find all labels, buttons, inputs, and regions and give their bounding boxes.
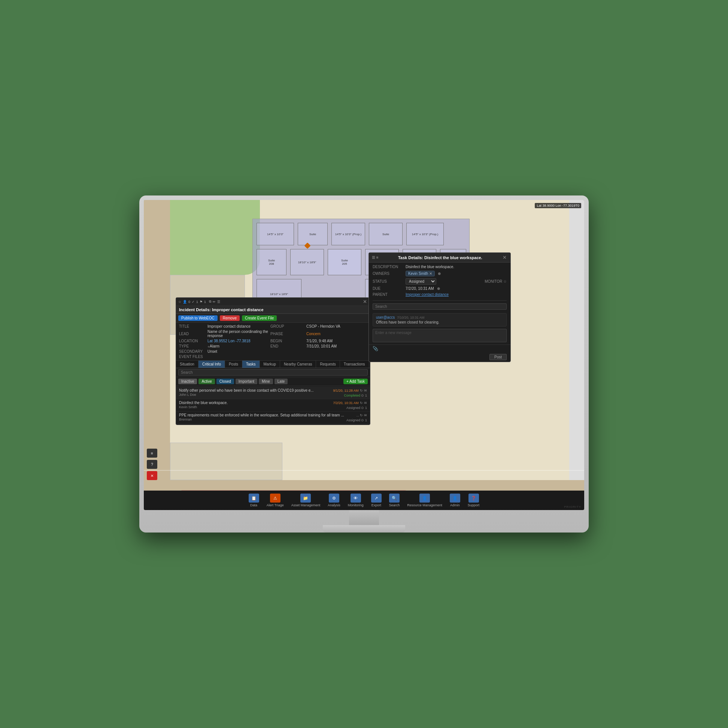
owners-value: Kevin Smith ✕ ⊕	[405, 271, 507, 276]
monitor-stand-base	[323, 525, 405, 532]
task-details-fields: DESCRIPTION Disinfect the blue workspace…	[369, 263, 511, 299]
location-value[interactable]: Lat 38.9552 Lon -77.3818	[208, 339, 268, 343]
search-icon: 🔍	[389, 494, 399, 503]
task-icons-2: ↻ ✉	[360, 401, 367, 405]
divider-1	[373, 300, 507, 301]
toolbar-admin[interactable]: 👤 Admin	[450, 494, 460, 507]
begin-label: BEGIN	[271, 339, 304, 343]
incident-icons-row: ☆ 👤 0 ✓ 1 ⚑ 1 ⧉ ✏ ☰ ✕	[176, 298, 370, 306]
event-files-value	[208, 355, 268, 359]
resource-label: Resource Management	[407, 503, 442, 507]
analysis-icon: ⚙	[329, 494, 339, 503]
filter-active-btn[interactable]: Active	[199, 379, 214, 384]
task-search-input[interactable]	[178, 369, 368, 376]
tab-nearby-cameras[interactable]: Nearby Cameras	[280, 361, 317, 368]
tab-situation[interactable]: Situation	[176, 361, 199, 368]
status-select[interactable]: Assigned Completed In Progress	[405, 278, 436, 284]
toolbar-monitoring[interactable]: 👁 Monitoring	[348, 494, 364, 507]
tab-posts[interactable]: Posts	[225, 361, 242, 368]
icon-menu[interactable]: ☰	[217, 300, 220, 304]
tab-critical-info[interactable]: Critical Info	[199, 361, 225, 368]
filter-inactive-btn[interactable]: Inactive	[178, 379, 197, 384]
post-btn[interactable]: Post	[489, 354, 507, 360]
icon-edit[interactable]: ✏	[213, 300, 216, 304]
task-details-close-btn[interactable]: ✕	[502, 255, 508, 260]
attach-icon[interactable]: 📎	[373, 346, 378, 351]
icon-person[interactable]: 👤	[183, 300, 187, 304]
icon-count1: 0	[188, 300, 190, 304]
task-sub-2: Kevin Smith Assigned ⊙ 1	[179, 405, 367, 410]
filter-mine-btn[interactable]: Mine	[259, 379, 273, 384]
sidebar-close-btn[interactable]: ✕	[147, 471, 157, 480]
toolbar-export[interactable]: ↗ Export	[371, 494, 382, 507]
remove-btn[interactable]: Remove	[220, 315, 240, 321]
task-detail-search-row	[369, 302, 511, 311]
comment-section: user@accs 7/10/20, 10:31 AM Offices have…	[369, 311, 511, 344]
sidebar-layers-btn[interactable]: ≡	[147, 449, 157, 457]
new-message-input[interactable]: Enter a new message	[373, 329, 507, 342]
export-icon: ↗	[371, 494, 382, 503]
search-label: Search	[389, 503, 400, 507]
incident-close-btn[interactable]: ✕	[362, 299, 368, 304]
monitoring-icon: 👁	[350, 494, 361, 503]
toolbar-support[interactable]: ❓ Support	[468, 494, 480, 507]
task-title-1: Notify other personnel who have been in …	[179, 388, 367, 393]
tab-markup[interactable]: Markup	[260, 361, 280, 368]
task-details-header: ☰ ≡ Task Details: Disinfect the blue wor…	[369, 253, 511, 263]
create-event-file-btn[interactable]: Create Event File	[242, 315, 277, 321]
title-label: TITLE	[179, 324, 205, 329]
toolbar-alert-triage[interactable]: ⚠ Alert Triage	[267, 494, 284, 507]
add-owner-icon[interactable]: ⊕	[438, 272, 441, 275]
tab-transactions[interactable]: Transactions	[340, 361, 369, 368]
owner-name: Kevin Smith	[408, 272, 428, 275]
task-item-3[interactable]: PPE requirements must be enforced while …	[176, 411, 370, 424]
filter-important-btn[interactable]: Important	[236, 379, 257, 384]
monitor-label: MONITOR ☆	[485, 279, 507, 283]
phase-label: PHASE	[271, 330, 304, 338]
owner-remove-icon[interactable]: ✕	[429, 272, 432, 275]
toolbar-search[interactable]: 🔍 Search	[389, 494, 400, 507]
icon-flag[interactable]: ⚑	[200, 300, 203, 304]
monitor-screen: 14'5" x 10'3" Suite 14'5" x 10'3" (Prop.…	[144, 200, 584, 510]
task-detail-search-input[interactable]	[373, 303, 507, 310]
tab-requests[interactable]: Requests	[316, 361, 340, 368]
icon-check[interactable]: ✓	[192, 300, 195, 304]
icon-copy[interactable]: ⧉	[209, 300, 211, 304]
task-sub-1: John L Doe Completed ⊙ 1	[179, 393, 367, 397]
secondary-label: SECONDARY	[179, 349, 205, 353]
add-task-btn[interactable]: + Add Task	[343, 379, 368, 384]
comment-user: user@accs	[376, 315, 395, 320]
post-btn-row: Post	[369, 352, 511, 362]
suite-205: Suite205	[328, 249, 361, 275]
priority-logo: PRIORITY	[564, 505, 581, 509]
suite-box: Suite	[369, 223, 402, 245]
task-item-1[interactable]: Notify other personnel who have been in …	[176, 387, 370, 399]
monitor: 14'5" x 10'3" Suite 14'5" x 10'3" (Prop.…	[139, 196, 589, 532]
monitor-stand-neck	[349, 510, 379, 525]
parent-value[interactable]: Improper contact distance	[405, 292, 507, 297]
incident-header: Incident Details: Improper contact dista…	[176, 306, 370, 314]
toolbar-resource-mgmt[interactable]: 👤 Resource Management	[407, 494, 442, 507]
end-label: END	[271, 344, 304, 348]
toolbar-data[interactable]: 📋 Data	[249, 494, 259, 507]
lead-value: Name of the person coordinating the resp…	[208, 330, 268, 338]
toolbar-analysis[interactable]: ⚙ Analysis	[328, 494, 340, 507]
filter-late-btn[interactable]: Late	[274, 379, 288, 384]
icon-star[interactable]: ☆	[178, 300, 181, 304]
publish-webEOC-btn[interactable]: Publish to WebEOC	[178, 315, 217, 321]
lead-label: LEAD	[179, 330, 205, 338]
title-value: Improper contact distance	[208, 324, 268, 329]
type-value: ⬦ Alarm	[208, 344, 268, 348]
sidebar-help-btn[interactable]: ?	[147, 460, 157, 469]
task-item-2[interactable]: Disinfect the blue workspace. 7/2/20, 10…	[176, 399, 370, 411]
task-search-row	[176, 368, 370, 377]
tab-tasks[interactable]: Tasks	[242, 361, 260, 368]
alert-label: Alert Triage	[267, 503, 284, 507]
due-edit-icon[interactable]: ⊕	[437, 286, 440, 291]
alert-icon: ⚠	[270, 494, 280, 503]
description-label: DESCRIPTION	[373, 265, 402, 269]
toolbar-asset-mgmt[interactable]: 📁 Asset Management	[291, 494, 321, 507]
icon-count2: 1	[196, 300, 198, 304]
filter-closed-btn[interactable]: Closed	[216, 379, 234, 384]
status-label: STATUS	[373, 278, 402, 284]
